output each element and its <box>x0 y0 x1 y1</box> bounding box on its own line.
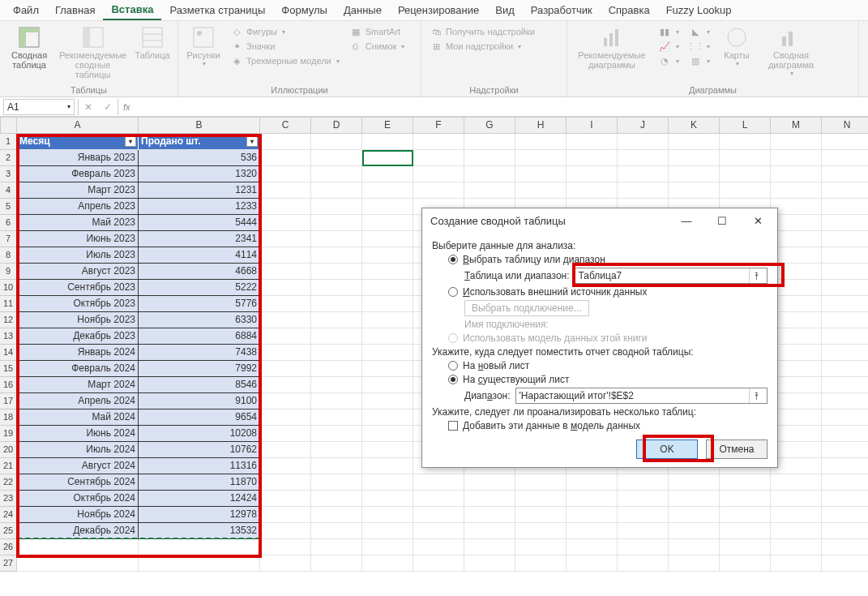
row-header-5[interactable]: 5 <box>0 199 17 215</box>
menu-developer[interactable]: Разработчик <box>523 1 601 19</box>
cell-E7[interactable] <box>362 231 413 247</box>
cell-N22[interactable] <box>822 474 868 491</box>
cell-B25[interactable]: 13532 <box>139 523 260 539</box>
menu-fuzzy[interactable]: Fuzzy Lookup <box>658 1 740 19</box>
cell-N23[interactable] <box>822 491 868 507</box>
cell-D8[interactable] <box>311 247 362 264</box>
row-header-22[interactable]: 22 <box>0 474 17 491</box>
cell-M8[interactable] <box>771 247 822 264</box>
cell-M3[interactable] <box>771 166 822 182</box>
cell-K24[interactable] <box>669 507 720 523</box>
pivot-table-button[interactable]: Сводная таблица <box>5 24 53 71</box>
cell-B9[interactable]: 4668 <box>139 264 260 280</box>
get-addins-button[interactable]: 🛍Получить надстройки <box>426 24 538 39</box>
cell-B8[interactable]: 4114 <box>139 247 260 264</box>
cell-M16[interactable] <box>771 377 822 393</box>
cell-M15[interactable] <box>771 361 822 377</box>
cell-M9[interactable] <box>771 264 822 280</box>
row-header-17[interactable]: 17 <box>0 393 17 409</box>
cell-F1[interactable] <box>413 134 464 150</box>
cell-M18[interactable] <box>771 409 822 426</box>
radio-new-sheet[interactable] <box>448 361 458 371</box>
column-header-E[interactable]: E <box>362 117 413 134</box>
column-header-C[interactable]: C <box>260 117 311 134</box>
cell-A25[interactable]: Декабрь 2024 <box>17 523 139 539</box>
cell-C24[interactable] <box>260 507 311 523</box>
cell-A4[interactable]: Март 2023 <box>17 182 139 199</box>
cell-A3[interactable]: Февраль 2023 <box>17 166 139 182</box>
cell-C5[interactable] <box>260 199 311 215</box>
filter-icon[interactable]: ▾ <box>125 135 136 147</box>
column-header-B[interactable]: B <box>139 117 260 134</box>
column-header-D[interactable]: D <box>311 117 362 134</box>
column-header-K[interactable]: K <box>669 117 720 134</box>
cell-B23[interactable]: 12424 <box>139 491 260 507</box>
menu-file[interactable]: Файл <box>5 1 47 19</box>
cell-D6[interactable] <box>311 215 362 231</box>
cell-N6[interactable] <box>822 215 868 231</box>
cell-M21[interactable] <box>771 458 822 474</box>
cell-E24[interactable] <box>362 507 413 523</box>
cell-L1[interactable] <box>720 134 771 150</box>
cell-E4[interactable] <box>362 182 413 199</box>
cell-E11[interactable] <box>362 296 413 312</box>
cell-A6[interactable]: Май 2023 <box>17 215 139 231</box>
cell-D24[interactable] <box>311 507 362 523</box>
cell-K22[interactable] <box>669 474 720 491</box>
cell-N21[interactable] <box>822 458 868 474</box>
cell-B27[interactable] <box>139 555 260 572</box>
icons-button[interactable]: ✦Значки <box>227 39 343 54</box>
cell-M2[interactable] <box>771 150 822 166</box>
filter-icon[interactable]: ▾ <box>246 135 258 147</box>
cell-A13[interactable]: Декабрь 2023 <box>17 328 139 345</box>
column-header-A[interactable]: A <box>17 117 139 134</box>
collapse-range-icon[interactable]: ⭱ <box>749 268 763 283</box>
cell-E26[interactable] <box>362 539 413 555</box>
cell-J25[interactable] <box>618 523 669 539</box>
column-header-G[interactable]: G <box>464 117 515 134</box>
row-header-19[interactable]: 19 <box>0 426 17 442</box>
cell-B1[interactable]: Продано шт.▾ <box>139 134 260 150</box>
cell-C26[interactable] <box>260 539 311 555</box>
cell-M13[interactable] <box>771 328 822 345</box>
cell-F4[interactable] <box>413 182 464 199</box>
cell-E14[interactable] <box>362 345 413 361</box>
chart-line-button[interactable]: 📈▾ <box>655 39 682 54</box>
cell-B7[interactable]: 2341 <box>139 231 260 247</box>
cell-A19[interactable]: Июнь 2024 <box>17 426 139 442</box>
row-header-16[interactable]: 16 <box>0 377 17 393</box>
cell-B17[interactable]: 9100 <box>139 393 260 409</box>
cell-M25[interactable] <box>771 523 822 539</box>
cell-D7[interactable] <box>311 231 362 247</box>
cell-L23[interactable] <box>720 491 771 507</box>
cell-C3[interactable] <box>260 166 311 182</box>
column-header-H[interactable]: H <box>515 117 567 134</box>
cell-D12[interactable] <box>311 312 362 328</box>
cell-D26[interactable] <box>311 539 362 555</box>
cell-N14[interactable] <box>822 345 868 361</box>
cell-D1[interactable] <box>311 134 362 150</box>
cell-I3[interactable] <box>567 166 618 182</box>
cancel-formula-button[interactable]: ✕ <box>79 99 98 115</box>
cell-M7[interactable] <box>771 231 822 247</box>
cell-G26[interactable] <box>464 539 515 555</box>
cell-M5[interactable] <box>771 199 822 215</box>
cell-K2[interactable] <box>669 150 720 166</box>
cell-A11[interactable]: Октябрь 2023 <box>17 296 139 312</box>
cell-A21[interactable]: Август 2024 <box>17 458 139 474</box>
row-header-23[interactable]: 23 <box>0 491 17 507</box>
cell-C4[interactable] <box>260 182 311 199</box>
cell-J2[interactable] <box>618 150 669 166</box>
cell-K25[interactable] <box>669 523 720 539</box>
chart-scatter-button[interactable]: ⋮⋮▾ <box>686 39 713 54</box>
cell-A14[interactable]: Январь 2024 <box>17 345 139 361</box>
cell-H23[interactable] <box>515 491 567 507</box>
chart-area-button[interactable]: ◣▾ <box>686 24 713 39</box>
cell-E2[interactable] <box>362 150 413 166</box>
cell-D27[interactable] <box>311 555 362 572</box>
maximize-button[interactable]: ☐ <box>704 209 740 232</box>
cell-M14[interactable] <box>771 345 822 361</box>
cell-C8[interactable] <box>260 247 311 264</box>
cell-J22[interactable] <box>618 474 669 491</box>
menu-review[interactable]: Рецензирование <box>390 1 487 19</box>
